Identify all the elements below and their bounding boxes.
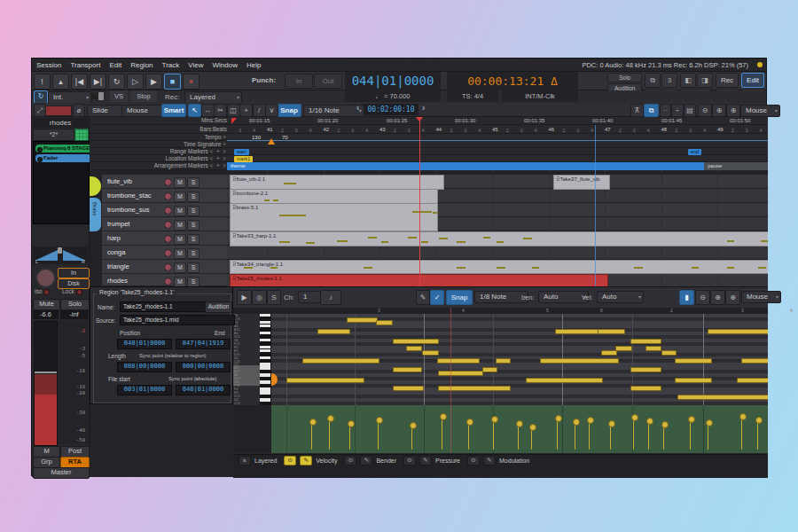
track-color-tab[interactable] xyxy=(90,176,101,196)
ruler-label-time-signature[interactable]: Time Signature + xyxy=(90,141,231,148)
menu-region[interactable]: Region xyxy=(126,61,157,69)
midi-note[interactable] xyxy=(393,386,424,391)
strip-name[interactable]: rhodes xyxy=(33,118,88,128)
nudge-back-icon[interactable]: ‹ xyxy=(356,103,359,113)
timeline-ruler-mins-secs[interactable] xyxy=(227,117,768,125)
track-solo-button[interactable]: S xyxy=(187,277,200,287)
tempo-display[interactable]: ♩ = 70.000 xyxy=(345,90,441,102)
velocity-lollipop[interactable] xyxy=(610,423,611,450)
arrangement-marker-theme[interactable]: theme xyxy=(227,162,704,170)
midi-note[interactable] xyxy=(741,358,768,364)
midi-note[interactable] xyxy=(540,358,619,364)
ruler-label-mins-secs[interactable]: Mins:Secs xyxy=(90,117,231,125)
velocity-lollipop[interactable] xyxy=(575,421,575,450)
velocity-lollipop[interactable] xyxy=(378,419,379,450)
play-button[interactable]: ▶ xyxy=(145,74,162,90)
timeline-ruler-time-signature[interactable] xyxy=(227,141,768,148)
velocity-mode-dropdown[interactable]: Auto xyxy=(597,291,644,303)
ruler-label-arrangement-markers[interactable]: Arrangement Markers < + > xyxy=(90,162,231,170)
visibility-icon[interactable]: ø xyxy=(73,104,85,117)
midi-note[interactable] xyxy=(482,367,497,372)
zoom-out-icon[interactable]: ⊖ xyxy=(698,104,712,117)
piano-key-A4[interactable] xyxy=(260,373,270,376)
velocity-lollipop[interactable] xyxy=(329,418,330,450)
timeline-ruler-range-markers[interactable] xyxy=(227,148,768,155)
shuttle-control-icon[interactable]: ↻ xyxy=(34,90,48,104)
track-mute-button[interactable]: M xyxy=(174,277,186,287)
record-enable-icon[interactable] xyxy=(164,278,172,286)
tempo-value[interactable]: 130 xyxy=(252,135,261,140)
piano-key-D4[interactable] xyxy=(260,398,270,401)
stack-icon[interactable]: ▤ xyxy=(684,104,696,117)
piano-key-D#4[interactable] xyxy=(260,395,270,397)
velocity-lollipop[interactable] xyxy=(557,418,558,450)
track-solo-button[interactable]: S xyxy=(187,177,200,188)
track-lane-conga[interactable] xyxy=(227,246,768,260)
pan-thumb[interactable] xyxy=(58,247,62,254)
midi-note[interactable] xyxy=(615,346,632,351)
piano-keyboard[interactable] xyxy=(260,314,271,405)
track-mute-button[interactable]: M xyxy=(174,177,186,188)
length-clock[interactable]: 008|00|0000 xyxy=(117,362,172,372)
snap-button[interactable]: Snap xyxy=(277,104,301,117)
marker-mark1[interactable]: mark1 xyxy=(234,156,253,162)
position-clock[interactable]: 040|01|0000 xyxy=(117,339,172,349)
track-mute-button[interactable]: M xyxy=(174,234,186,245)
track-solo-button[interactable]: S xyxy=(187,206,200,216)
edit-tool[interactable]: ∨ xyxy=(265,104,278,117)
region-brass-5.1[interactable]: ⠿brass-5.1 xyxy=(230,203,438,231)
varispeed-button[interactable]: VS xyxy=(110,90,128,102)
draw-tool[interactable]: / xyxy=(253,104,266,117)
solo-button[interactable]: Solo xyxy=(60,299,90,310)
menu-session[interactable]: Session xyxy=(32,61,66,69)
modulation-visible-eye-icon[interactable]: ⊙ xyxy=(467,456,480,466)
fader-thumb[interactable] xyxy=(35,372,57,373)
midi-note[interactable] xyxy=(675,358,712,364)
goto-start-button[interactable]: |◀ xyxy=(71,74,88,90)
zoom-fit-icon[interactable]: ⊕ xyxy=(726,104,740,117)
piano-key-G#5[interactable] xyxy=(260,335,270,338)
solo-indicator-button[interactable]: Solo xyxy=(607,73,642,82)
track-header-trombone_sus[interactable]: trombone_susMS xyxy=(102,203,227,217)
piano-key-D6[interactable] xyxy=(260,314,270,317)
midi-zoom-dropdown[interactable]: Mouse xyxy=(741,291,781,303)
grid-tool[interactable]: + xyxy=(239,104,253,117)
iso-label[interactable]: Iso xyxy=(35,288,50,295)
midi-note[interactable] xyxy=(347,317,378,323)
loop-button[interactable]: ↻ xyxy=(108,74,125,90)
velocity-lollipop[interactable] xyxy=(633,417,634,450)
track-header-conga[interactable]: congaMS xyxy=(102,246,227,260)
track-solo-button[interactable]: S xyxy=(187,234,200,245)
midi-note[interactable] xyxy=(601,350,617,356)
midi-panic-button[interactable]: ! xyxy=(34,74,51,90)
range-tool[interactable]: ↔ xyxy=(201,104,215,117)
pressure-visible-eye-icon[interactable]: ⊙ xyxy=(403,456,416,466)
piano-key-F#5[interactable] xyxy=(260,342,270,345)
region-Take37_flute_vib[interactable]: ⠿Take37_flute_vib xyxy=(553,175,610,190)
midi-note[interactable] xyxy=(675,378,712,383)
velocity-lollipop[interactable] xyxy=(741,416,742,450)
velocity-edit-pencil-icon[interactable]: ✎ xyxy=(300,456,312,466)
grid-unit-dropdown[interactable]: 1/16 Note xyxy=(303,105,364,117)
end-clock[interactable]: 047|04|1919 xyxy=(176,339,231,349)
stop-mode-button[interactable]: Stop xyxy=(130,90,157,102)
marker-dots-icon[interactable]: ·· xyxy=(660,104,671,117)
midi-note-grid[interactable] xyxy=(271,314,768,405)
region-Take34_triangle-1.1[interactable]: ⠿Take34_triangle-1.1 xyxy=(230,260,768,274)
sync-source-dropdown[interactable]: Int. xyxy=(48,91,91,104)
peak-value[interactable]: -inf xyxy=(60,310,88,319)
midi-zoom-fit-icon[interactable]: ⊕ xyxy=(725,290,740,305)
ruler-label-tempo[interactable]: Tempo + xyxy=(90,134,231,141)
layer-display-icon[interactable]: ⧉ xyxy=(644,104,659,117)
menu-view[interactable]: View xyxy=(184,61,207,69)
page-recorder-button[interactable]: Rec xyxy=(716,73,739,88)
ruler-label-bars-beats[interactable]: Bars:Beats xyxy=(90,125,231,134)
stretch-tool[interactable]: ◫ xyxy=(227,104,240,117)
region-trombone-2.1[interactable]: ⠿trombone-2.1 xyxy=(230,189,438,204)
name-field[interactable]: Take25_rhodes-1.1 xyxy=(120,301,207,312)
cut-tool[interactable]: ✂ xyxy=(214,104,227,117)
piano-key-C6[interactable] xyxy=(260,321,270,324)
midi-draw-icon[interactable]: ✎ xyxy=(416,290,430,305)
velocity-lollipop[interactable] xyxy=(663,424,664,450)
divide-icon[interactable]: ÷ xyxy=(671,104,684,117)
